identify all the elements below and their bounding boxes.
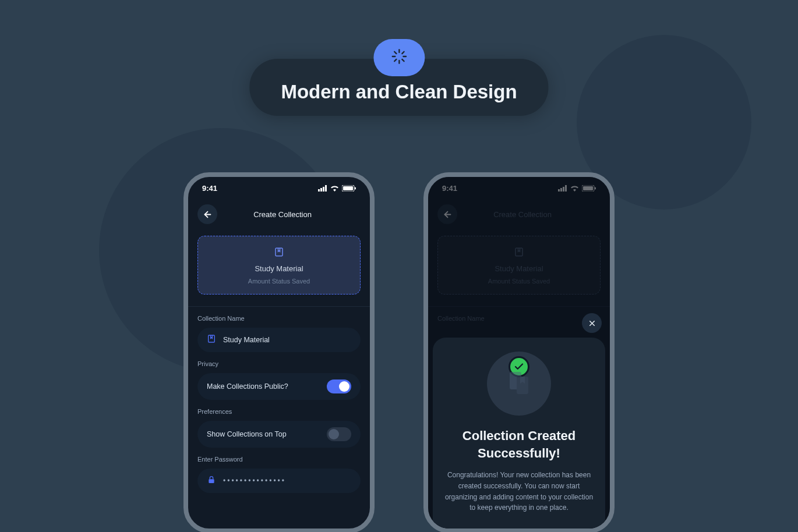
- banner: Modern and Clean Design: [249, 39, 548, 116]
- phone-mockup-success: 9:41 Create Collection Study Material Am…: [423, 172, 615, 532]
- collection-name-label: Collection Name: [197, 315, 361, 322]
- banner-title: Modern and Clean Design: [281, 81, 517, 103]
- svg-rect-8: [318, 189, 320, 191]
- banner-badge: [373, 39, 425, 76]
- status-time: 9:41: [202, 184, 217, 193]
- success-illustration: [487, 352, 551, 416]
- svg-line-2: [394, 52, 396, 54]
- privacy-section: Privacy Make Collections Public?: [188, 352, 370, 400]
- preferences-toggle[interactable]: [327, 427, 351, 441]
- svg-rect-13: [343, 186, 353, 190]
- svg-rect-9: [320, 188, 322, 191]
- collection-name-input[interactable]: Study Material: [197, 328, 361, 352]
- signal-icon: [318, 185, 327, 191]
- preview-title: Study Material: [255, 264, 303, 273]
- preferences-label: Preferences: [197, 408, 361, 415]
- svg-rect-18: [209, 479, 214, 483]
- arrow-left-icon: [203, 210, 213, 219]
- password-value: •••••••••••••••: [223, 477, 286, 485]
- svg-rect-11: [325, 185, 327, 191]
- password-input[interactable]: •••••••••••••••: [197, 469, 361, 493]
- password-section: Enter Password •••••••••••••••: [188, 448, 370, 493]
- privacy-row-text: Make Collections Public?: [207, 382, 320, 391]
- svg-line-6: [394, 59, 396, 61]
- page-title: Create Collection: [224, 210, 341, 219]
- success-sheet: Collection Created Successfully! Congrat…: [433, 338, 605, 529]
- svg-rect-16: [276, 248, 283, 256]
- success-title: Collection Created Successfully!: [444, 427, 594, 462]
- collection-name-section: Collection Name Study Material: [188, 307, 370, 352]
- svg-rect-17: [209, 335, 215, 342]
- privacy-toggle[interactable]: [327, 380, 351, 393]
- status-bar: 9:41: [188, 177, 370, 196]
- password-label: Enter Password: [197, 456, 361, 463]
- phone-mockup-create: 9:41 Create Collection Study Material Am…: [183, 172, 375, 532]
- preferences-section: Preferences Show Collections on Top: [188, 400, 370, 448]
- preferences-row-text: Show Collections on Top: [207, 430, 320, 438]
- loading-icon: [391, 48, 407, 67]
- svg-rect-14: [355, 187, 356, 190]
- preview-subtitle: Amount Status Saved: [248, 278, 310, 285]
- bookmark-icon: [274, 247, 284, 260]
- success-body: Congratulations! Your new collection has…: [444, 470, 594, 513]
- collection-preview-card[interactable]: Study Material Amount Status Saved: [197, 236, 361, 295]
- close-icon: [588, 319, 596, 328]
- bookmark-group-icon: [505, 368, 533, 399]
- battery-icon: [342, 185, 356, 191]
- svg-line-7: [402, 52, 404, 54]
- svg-line-3: [402, 59, 404, 61]
- back-button[interactable]: [197, 204, 217, 224]
- privacy-toggle-row: Make Collections Public?: [197, 373, 361, 400]
- collection-name-value: Study Material: [223, 336, 351, 344]
- close-button[interactable]: [582, 313, 602, 333]
- app-header: Create Collection: [188, 196, 370, 231]
- status-icons: [318, 185, 356, 191]
- wifi-icon: [330, 185, 339, 191]
- privacy-label: Privacy: [197, 360, 361, 367]
- lock-icon: [207, 475, 216, 487]
- svg-rect-10: [323, 187, 324, 191]
- bookmark-icon: [207, 334, 216, 346]
- preferences-toggle-row: Show Collections on Top: [197, 421, 361, 448]
